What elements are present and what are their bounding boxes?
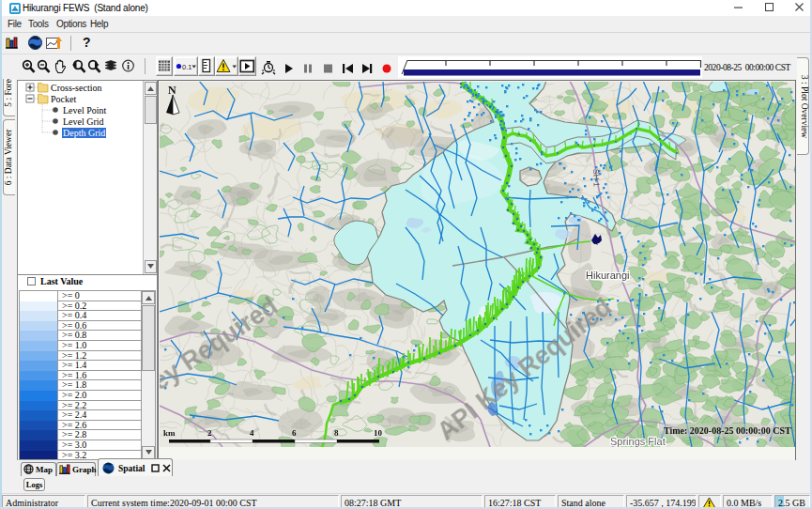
svg-text:Time: 2020-08-25 00:00:00 CST: Time: 2020-08-25 00:00:00 CST (664, 425, 791, 436)
svg-text:Springs Flat: Springs Flat (610, 436, 666, 447)
svg-text:4: 4 (250, 428, 254, 438)
svg-text:Hikurangi: Hikurangi (586, 270, 629, 281)
svg-text:0.1: 0.1 (182, 63, 192, 71)
svg-text:10: 10 (374, 428, 383, 438)
svg-text:SH 1: SH 1 (591, 169, 602, 188)
svg-text:km: km (163, 428, 176, 438)
svg-text:N: N (168, 84, 176, 97)
svg-text:8: 8 (334, 428, 339, 438)
svg-text:2: 2 (207, 428, 212, 438)
svg-text:6: 6 (292, 428, 297, 438)
